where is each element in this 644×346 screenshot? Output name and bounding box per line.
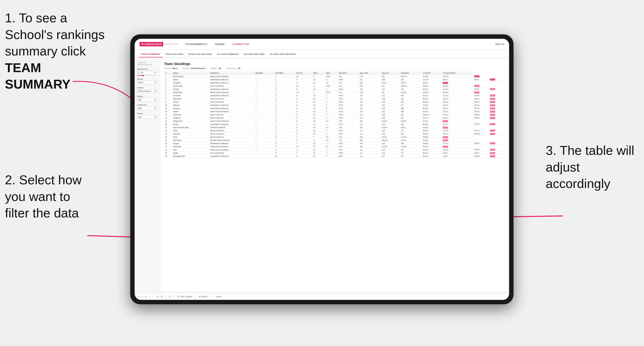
score-badge: 80.13 [490,155,495,157]
score-badge: 85.59 [474,85,480,87]
table-row: 21New MexicoMountain West Conference–195… [164,139,504,142]
division-filter-label: Division: [182,67,190,69]
gender-select[interactable]: Men's ▾ [137,81,157,84]
subtab-player-h2h-grid[interactable]: PLAYER H2H GRID [241,53,267,57]
table-row: 26Mississippi StateSoutheastern Conferen… [164,155,504,158]
reload-icon[interactable]: ↺ [145,296,147,298]
col-wins: Wins [325,71,338,75]
col-conf-rank: Conf Rank [274,71,296,75]
nav-teams[interactable]: TEAMS [215,43,224,46]
watch-chevron: ▾ [208,296,208,298]
col-vs-top25: Vs Top 25 [422,71,442,75]
table-row: 4Arizona StatePac-12 Conference–1264274.… [164,84,504,88]
score-badge: 83.27 [490,88,495,90]
table-row: 5Ole MissSoutheastern Conference–3618127… [164,88,504,91]
conference-value: (All) [138,107,142,109]
conference-filter-label: Conference: [226,67,237,69]
rank-slider[interactable] [137,75,157,76]
table-header: # School Conference Reg Rank Conf Rank N… [164,71,504,75]
screenshot-icon[interactable]: ⬜ [156,296,159,298]
division-filter-value: NCAA Division I [191,67,206,69]
table-row: 18IllinoisBig Ten Conference–19231279.1-… [164,129,504,132]
table-row: 23Texas A&MSoutheastern Conference–91030… [164,145,504,148]
conference-select[interactable]: (All) ▾ [137,107,157,110]
division-label: Division [137,87,157,89]
instruction-1-bold: TEAM SUMMARY [5,61,70,92]
instruction-2-line3: filter the data [5,206,79,220]
subtab-player-h2h-heatmap[interactable]: PLAYER H2H HEATMAP [267,53,299,57]
table-row: 9ArizonaPac-12 Conference–28223276.3-6.6… [164,100,504,104]
view-original-button[interactable]: 👁 View: Original [178,296,192,298]
update-label: Update time: [137,61,157,64]
gender-value: Men's [138,81,143,84]
subtab-team-h2h-grid[interactable]: TEAM H2H GRID [163,53,186,57]
instruction-2-line2: you want to [5,189,70,204]
watch-button[interactable]: 👁 Watch ▾ [198,296,208,298]
logo-area: SCOREBOARD Powered by clippi [140,42,178,46]
filter-division: Division: NCAA Division I [182,67,206,69]
table-title: Team Standings [164,62,504,66]
subtab-player-summary[interactable]: PLAYER SUMMARY [215,53,242,57]
tablet: SCOREBOARD Powered by clippi TOURNAMENTS… [130,34,514,304]
share-button[interactable]: ↑ Share [214,296,222,298]
col-overall: Overall Ra. [400,71,422,75]
view-original-label: View: Original [180,296,192,298]
min-rank-range: 4 - 30 [138,71,143,74]
school-value: (All) [138,116,142,118]
nav-committee[interactable]: COMMITTEE [232,43,250,46]
min-rank-value[interactable]: 4 - 30 ▾ [137,71,157,74]
gender-label: Gender [137,78,157,80]
instruction-2-line1: 2. Select how [5,173,82,187]
share-icon: ↑ [214,296,216,298]
score-badge: 80.58 [490,152,495,154]
score-badge: 80.94 [490,104,495,106]
score-badge: 80.56 [490,111,495,113]
instruction-3-line2: adjust accordingly [546,160,610,191]
table-row: 2AuburnSoutheastern Conference–19276273.… [164,78,504,81]
copy-icon[interactable]: ⧉ [161,295,162,298]
toolbar-separator-4 [195,295,196,298]
table-row: 20TexasBig 12 Conference–3770.71.4426959… [164,136,504,139]
main-content: Update time: 27/03/2024 16:56:26 Minimum… [135,57,509,293]
score-badge: 80.58 [490,117,495,119]
update-time-value: 27/03/2024 16:56:26 [137,64,157,66]
table-row: 7TennesseeSoutheastern Conference–461822… [164,94,504,97]
slider-track [137,75,157,76]
col-avg-low: Avg. Low [381,71,400,75]
table-row: 10AlabamaSoutheastern Conference–5623327… [164,104,504,107]
chevron-down-icon-conference: ▾ [154,107,156,109]
sidebar: Update time: 27/03/2024 16:56:26 Minimum… [135,57,159,293]
division-select[interactable]: NCAA Division I ▾ [137,89,157,93]
sign-out-button[interactable]: Sign out [495,43,504,45]
score-badge: 87.21 [490,79,495,80]
score-badge: 80.34 [490,114,495,116]
table-row: 13Texas TechBig 12 Conference–19272276.0… [164,113,504,116]
min-rank-label: Minimum Ro... [137,68,157,70]
forward-icon[interactable]: ▷ [141,296,143,298]
subtab-team-h2h-heatmap[interactable]: TEAM H2H HEATMAP [186,53,215,57]
score-badge: 83.19 [474,92,480,94]
table-row: 14OklahomaBig 12 Conference–24242278.6-3… [164,116,504,120]
region-filter-value: All [219,67,221,69]
chevron-down-icon-region: ▾ [154,99,156,101]
table-row: 16FloridaSoutheastern Conference–7924427… [164,123,504,126]
nav-tournaments[interactable]: TOURNAMENTS [185,43,207,46]
col-rnds: Rnds [312,71,325,75]
col-vs-top50: Vs Top 50 Points [442,71,473,75]
score-badge: 86.58 [443,82,448,84]
slider-thumb [142,75,144,76]
region-label: Region [137,95,157,97]
chevron-down-icon: ▾ [154,71,156,74]
subtab-team-summary[interactable]: TEAM SUMMARY [138,53,163,57]
watch-icon: 👁 [198,296,200,298]
back-icon[interactable]: ◁ [138,296,139,298]
home-icon[interactable]: ⌂ [149,296,150,298]
chevron-down-icon-school: ▾ [154,116,156,118]
school-select[interactable]: (All) ▾ [137,115,157,119]
region-select[interactable]: N/A ▾ [137,98,157,102]
gender-filter-value: Men's [172,67,178,69]
score-badge: 80.42 [443,146,448,148]
col-rank: # [164,71,172,75]
division-value: NCAA Division I [138,90,151,92]
table-row: 19CaliforniaPac-12 Conference–48242278.2… [164,132,504,136]
